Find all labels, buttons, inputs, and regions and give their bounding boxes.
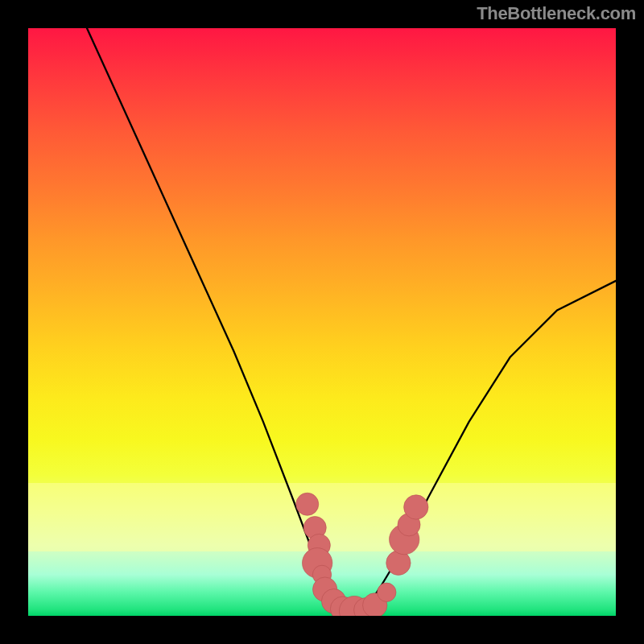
chart-svg	[28, 28, 616, 616]
data-marker	[296, 493, 319, 515]
curve-group	[87, 28, 616, 612]
watermark-text: TheBottleneck.com	[477, 3, 636, 24]
data-marker	[404, 495, 428, 519]
data-marker	[378, 583, 396, 601]
chart-container: TheBottleneck.com	[0, 0, 644, 644]
marker-group	[296, 493, 428, 616]
